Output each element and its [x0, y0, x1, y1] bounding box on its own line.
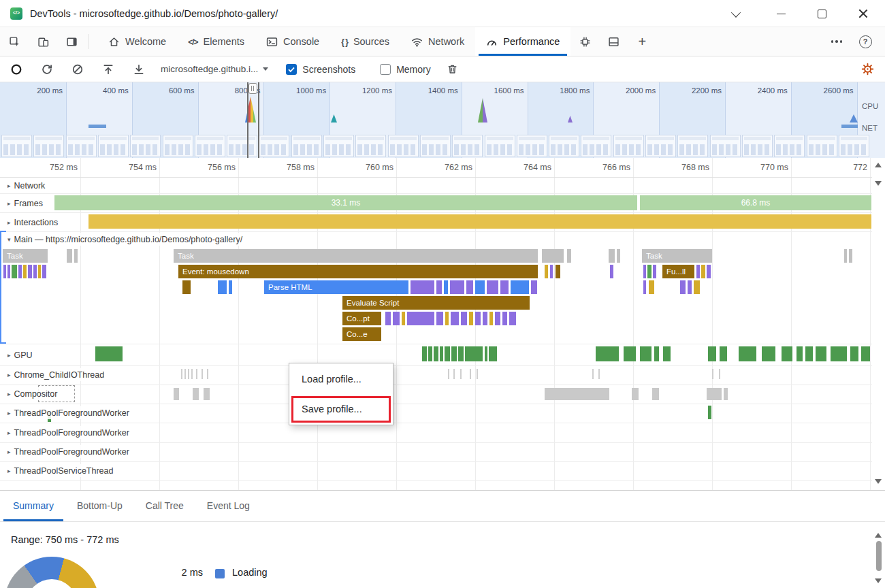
flame-bar[interactable]	[33, 265, 37, 278]
flame-bar[interactable]	[445, 312, 449, 325]
flame-bar[interactable]	[849, 249, 852, 263]
gpu-activity-bar[interactable]	[489, 346, 497, 361]
gpu-activity-bar[interactable]	[596, 346, 619, 361]
flame-bar[interactable]	[393, 312, 400, 325]
flame-bar[interactable]	[556, 265, 560, 278]
flame-bar[interactable]	[647, 265, 651, 278]
scroll-down-button[interactable]	[875, 181, 882, 186]
flame-bar[interactable]	[617, 249, 620, 263]
flame-bar[interactable]	[407, 312, 434, 325]
selection-window-edge[interactable]	[247, 82, 248, 158]
gpu-activity-bar[interactable]	[445, 346, 450, 361]
compositor-bar[interactable]	[724, 388, 728, 400]
close-button[interactable]	[849, 0, 878, 27]
filmstrip-thumbnail[interactable]	[388, 135, 419, 157]
tab-performance[interactable]: Performance	[475, 27, 570, 56]
filmstrip-thumbnail[interactable]	[33, 135, 64, 157]
filmstrip-thumbnail[interactable]	[517, 135, 547, 157]
flame-bar[interactable]	[28, 265, 32, 278]
compositor-bar[interactable]	[707, 388, 722, 400]
filmstrip-thumbnail[interactable]	[485, 135, 515, 157]
gpu-activity-bar[interactable]	[640, 346, 651, 361]
gpu-activity-bar[interactable]	[816, 346, 826, 361]
help-button[interactable]	[851, 27, 880, 56]
maximize-button[interactable]	[807, 0, 836, 27]
gpu-activity-bar[interactable]	[831, 346, 847, 361]
flame-bar[interactable]	[500, 280, 509, 294]
flame-bar[interactable]	[487, 280, 498, 294]
device-emulation-icon[interactable]	[29, 27, 57, 56]
flame-bar[interactable]: Task	[174, 249, 538, 263]
gpu-activity-bar[interactable]	[663, 346, 671, 361]
filmstrip-thumbnail[interactable]	[774, 135, 805, 157]
frame-duration-bar[interactable]: 33.1 ms	[54, 195, 637, 210]
filmstrip-thumbnail[interactable]	[355, 135, 386, 157]
track-label[interactable]: ▸Interactions	[4, 216, 61, 229]
scroll-down-button[interactable]	[875, 578, 882, 583]
compositor-bar[interactable]	[204, 388, 210, 400]
tab-elements[interactable]: Elements	[177, 27, 255, 56]
screenshots-checkbox[interactable]	[286, 64, 297, 75]
flame-bar[interactable]: Co...e	[342, 327, 381, 341]
flame-bar[interactable]	[550, 265, 553, 278]
flame-bar[interactable]	[609, 249, 615, 263]
timeline-tracks[interactable]: 752 ms754 ms756 ms758 ms760 ms762 ms764 …	[0, 158, 885, 491]
flame-bar[interactable]	[643, 280, 646, 294]
gpu-activity-bar[interactable]	[95, 346, 123, 361]
gpu-activity-bar[interactable]	[861, 346, 870, 361]
filmstrip-thumbnail[interactable]	[613, 135, 644, 157]
record-button[interactable]	[8, 61, 25, 78]
flame-bar[interactable]	[509, 312, 516, 325]
gpu-activity-bar[interactable]	[782, 346, 792, 361]
flame-bar[interactable]	[567, 249, 571, 263]
more-options-icon[interactable]	[822, 27, 851, 56]
gpu-activity-bar[interactable]	[434, 346, 438, 361]
track-label[interactable]: ▸Frames	[4, 197, 46, 210]
flame-bar[interactable]	[18, 265, 22, 278]
flame-bar[interactable]	[450, 280, 464, 294]
filmstrip-thumbnail[interactable]	[163, 135, 193, 157]
compositor-bar[interactable]	[652, 388, 659, 400]
flame-bar[interactable]	[495, 312, 500, 325]
gpu-activity-bar[interactable]	[720, 346, 727, 361]
flame-bar[interactable]: Task	[3, 249, 48, 263]
flame-bar[interactable]	[707, 265, 711, 278]
flame-bar[interactable]	[67, 249, 72, 263]
flame-bar[interactable]	[643, 265, 646, 278]
filmstrip-thumbnail[interactable]	[420, 135, 451, 157]
filmstrip-thumbnail[interactable]	[195, 135, 225, 157]
memory-toggle[interactable]: Memory	[380, 64, 431, 75]
save-profile-button[interactable]	[131, 61, 147, 78]
flame-bar[interactable]	[12, 265, 17, 278]
filmstrip-thumbnail[interactable]	[98, 135, 129, 157]
compositor-bar[interactable]	[193, 388, 199, 400]
flame-bar[interactable]: Task	[642, 249, 712, 263]
flame-bar[interactable]	[475, 280, 485, 294]
track-label[interactable]: ▸Network	[4, 179, 48, 192]
minimize-button[interactable]	[767, 0, 795, 27]
screenshots-toggle[interactable]: Screenshots	[286, 64, 355, 75]
menu-item-load-profile[interactable]: Load profile...	[289, 363, 393, 395]
flame-bar[interactable]	[74, 249, 78, 263]
filmstrip-thumbnail[interactable]	[645, 135, 676, 157]
flame-bar[interactable]	[511, 280, 529, 294]
flame-bar[interactable]	[451, 312, 459, 325]
filmstrip-thumbnail[interactable]	[66, 135, 97, 157]
flame-bar[interactable]	[696, 265, 700, 278]
gpu-activity-bar[interactable]	[428, 346, 432, 361]
gpu-activity-bar[interactable]	[451, 346, 457, 361]
flame-bar[interactable]	[42, 265, 46, 278]
gpu-activity-bar[interactable]	[654, 346, 659, 361]
gpu-activity-bar[interactable]	[708, 346, 716, 361]
menu-item-save-profile[interactable]: Save profile...	[293, 398, 389, 421]
track-label[interactable]: ▸ThreadPoolForegroundWorker	[4, 445, 133, 458]
flame-bar[interactable]: Co...pt	[342, 312, 381, 325]
filmstrip-thumbnail[interactable]	[807, 135, 837, 157]
tab-summary[interactable]: Summary	[1, 491, 65, 521]
track-label[interactable]: ▸Chrome_ChildIOThread	[4, 368, 108, 381]
track-label[interactable]: ▸ThreadPoolForegroundWorker	[4, 406, 133, 419]
gpu-activity-bar[interactable]	[762, 346, 775, 361]
timeline-overview[interactable]: CPU NET 200 ms400 ms600 ms800 ms1000 ms1…	[0, 82, 885, 158]
track-label[interactable]: ▸GPU	[4, 348, 36, 361]
filmstrip-thumbnail[interactable]	[227, 135, 257, 157]
